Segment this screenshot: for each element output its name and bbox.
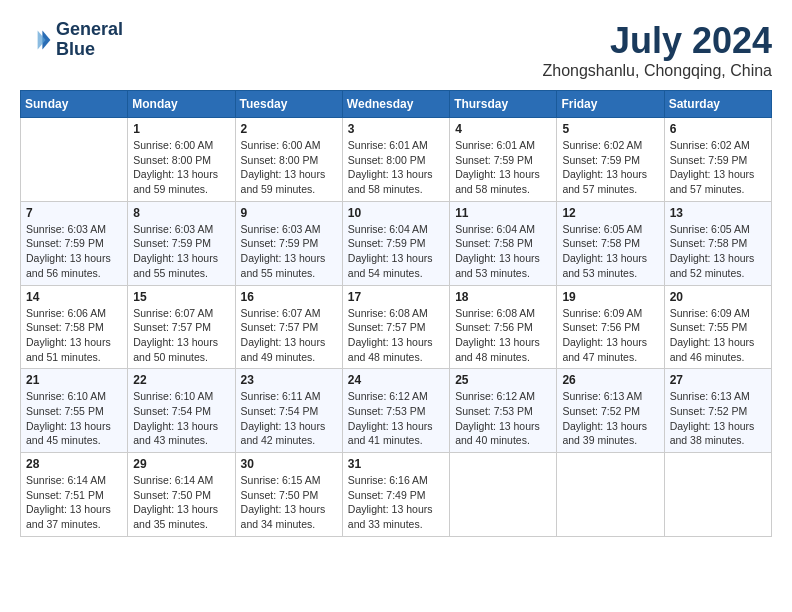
calendar-cell: 3Sunrise: 6:01 AMSunset: 8:00 PMDaylight… <box>342 118 449 202</box>
day-info: Sunrise: 6:08 AMSunset: 7:56 PMDaylight:… <box>455 306 551 365</box>
day-number: 25 <box>455 373 551 387</box>
day-number: 14 <box>26 290 122 304</box>
calendar-cell: 18Sunrise: 6:08 AMSunset: 7:56 PMDayligh… <box>450 285 557 369</box>
day-number: 11 <box>455 206 551 220</box>
logo-icon <box>20 24 52 56</box>
calendar-cell: 5Sunrise: 6:02 AMSunset: 7:59 PMDaylight… <box>557 118 664 202</box>
day-info: Sunrise: 6:01 AMSunset: 7:59 PMDaylight:… <box>455 138 551 197</box>
day-info: Sunrise: 6:02 AMSunset: 7:59 PMDaylight:… <box>670 138 766 197</box>
day-info: Sunrise: 6:03 AMSunset: 7:59 PMDaylight:… <box>133 222 229 281</box>
day-info: Sunrise: 6:15 AMSunset: 7:50 PMDaylight:… <box>241 473 337 532</box>
day-number: 12 <box>562 206 658 220</box>
weekday-header-monday: Monday <box>128 91 235 118</box>
day-number: 16 <box>241 290 337 304</box>
week-row-4: 21Sunrise: 6:10 AMSunset: 7:55 PMDayligh… <box>21 369 772 453</box>
day-number: 7 <box>26 206 122 220</box>
day-info: Sunrise: 6:13 AMSunset: 7:52 PMDaylight:… <box>670 389 766 448</box>
day-number: 31 <box>348 457 444 471</box>
calendar-cell: 15Sunrise: 6:07 AMSunset: 7:57 PMDayligh… <box>128 285 235 369</box>
calendar-cell: 12Sunrise: 6:05 AMSunset: 7:58 PMDayligh… <box>557 201 664 285</box>
calendar-cell: 2Sunrise: 6:00 AMSunset: 8:00 PMDaylight… <box>235 118 342 202</box>
day-info: Sunrise: 6:06 AMSunset: 7:58 PMDaylight:… <box>26 306 122 365</box>
calendar-cell: 30Sunrise: 6:15 AMSunset: 7:50 PMDayligh… <box>235 453 342 537</box>
calendar-cell: 6Sunrise: 6:02 AMSunset: 7:59 PMDaylight… <box>664 118 771 202</box>
location: Zhongshanlu, Chongqing, China <box>543 62 773 80</box>
calendar-cell <box>21 118 128 202</box>
day-number: 13 <box>670 206 766 220</box>
week-row-3: 14Sunrise: 6:06 AMSunset: 7:58 PMDayligh… <box>21 285 772 369</box>
weekday-header-tuesday: Tuesday <box>235 91 342 118</box>
day-info: Sunrise: 6:07 AMSunset: 7:57 PMDaylight:… <box>133 306 229 365</box>
calendar-cell <box>664 453 771 537</box>
day-number: 2 <box>241 122 337 136</box>
day-number: 15 <box>133 290 229 304</box>
day-number: 23 <box>241 373 337 387</box>
day-info: Sunrise: 6:13 AMSunset: 7:52 PMDaylight:… <box>562 389 658 448</box>
day-number: 19 <box>562 290 658 304</box>
logo-text: General Blue <box>56 20 123 60</box>
calendar-cell: 13Sunrise: 6:05 AMSunset: 7:58 PMDayligh… <box>664 201 771 285</box>
day-info: Sunrise: 6:05 AMSunset: 7:58 PMDaylight:… <box>670 222 766 281</box>
day-number: 3 <box>348 122 444 136</box>
day-number: 5 <box>562 122 658 136</box>
calendar-cell: 9Sunrise: 6:03 AMSunset: 7:59 PMDaylight… <box>235 201 342 285</box>
calendar-cell: 20Sunrise: 6:09 AMSunset: 7:55 PMDayligh… <box>664 285 771 369</box>
day-info: Sunrise: 6:14 AMSunset: 7:51 PMDaylight:… <box>26 473 122 532</box>
week-row-2: 7Sunrise: 6:03 AMSunset: 7:59 PMDaylight… <box>21 201 772 285</box>
calendar-cell: 14Sunrise: 6:06 AMSunset: 7:58 PMDayligh… <box>21 285 128 369</box>
day-number: 17 <box>348 290 444 304</box>
day-number: 10 <box>348 206 444 220</box>
day-number: 4 <box>455 122 551 136</box>
calendar-cell: 26Sunrise: 6:13 AMSunset: 7:52 PMDayligh… <box>557 369 664 453</box>
weekday-header-saturday: Saturday <box>664 91 771 118</box>
calendar-cell: 17Sunrise: 6:08 AMSunset: 7:57 PMDayligh… <box>342 285 449 369</box>
calendar-cell: 10Sunrise: 6:04 AMSunset: 7:59 PMDayligh… <box>342 201 449 285</box>
day-info: Sunrise: 6:10 AMSunset: 7:54 PMDaylight:… <box>133 389 229 448</box>
day-number: 26 <box>562 373 658 387</box>
day-info: Sunrise: 6:05 AMSunset: 7:58 PMDaylight:… <box>562 222 658 281</box>
day-number: 22 <box>133 373 229 387</box>
title-block: July 2024 Zhongshanlu, Chongqing, China <box>543 20 773 80</box>
calendar-cell: 1Sunrise: 6:00 AMSunset: 8:00 PMDaylight… <box>128 118 235 202</box>
calendar-cell: 22Sunrise: 6:10 AMSunset: 7:54 PMDayligh… <box>128 369 235 453</box>
day-info: Sunrise: 6:09 AMSunset: 7:55 PMDaylight:… <box>670 306 766 365</box>
day-info: Sunrise: 6:10 AMSunset: 7:55 PMDaylight:… <box>26 389 122 448</box>
day-number: 6 <box>670 122 766 136</box>
day-number: 21 <box>26 373 122 387</box>
week-row-5: 28Sunrise: 6:14 AMSunset: 7:51 PMDayligh… <box>21 453 772 537</box>
weekday-header-sunday: Sunday <box>21 91 128 118</box>
calendar-cell: 16Sunrise: 6:07 AMSunset: 7:57 PMDayligh… <box>235 285 342 369</box>
day-number: 29 <box>133 457 229 471</box>
day-info: Sunrise: 6:01 AMSunset: 8:00 PMDaylight:… <box>348 138 444 197</box>
day-number: 8 <box>133 206 229 220</box>
weekday-header-wednesday: Wednesday <box>342 91 449 118</box>
page-header: General Blue July 2024 Zhongshanlu, Chon… <box>20 20 772 80</box>
calendar-cell <box>450 453 557 537</box>
day-info: Sunrise: 6:07 AMSunset: 7:57 PMDaylight:… <box>241 306 337 365</box>
day-number: 18 <box>455 290 551 304</box>
day-number: 28 <box>26 457 122 471</box>
calendar-cell: 31Sunrise: 6:16 AMSunset: 7:49 PMDayligh… <box>342 453 449 537</box>
day-number: 20 <box>670 290 766 304</box>
day-info: Sunrise: 6:12 AMSunset: 7:53 PMDaylight:… <box>455 389 551 448</box>
day-number: 9 <box>241 206 337 220</box>
calendar-cell: 27Sunrise: 6:13 AMSunset: 7:52 PMDayligh… <box>664 369 771 453</box>
calendar-cell: 24Sunrise: 6:12 AMSunset: 7:53 PMDayligh… <box>342 369 449 453</box>
day-info: Sunrise: 6:03 AMSunset: 7:59 PMDaylight:… <box>241 222 337 281</box>
day-info: Sunrise: 6:00 AMSunset: 8:00 PMDaylight:… <box>241 138 337 197</box>
calendar-cell: 19Sunrise: 6:09 AMSunset: 7:56 PMDayligh… <box>557 285 664 369</box>
calendar-cell: 7Sunrise: 6:03 AMSunset: 7:59 PMDaylight… <box>21 201 128 285</box>
month-title: July 2024 <box>543 20 773 62</box>
calendar-table: SundayMondayTuesdayWednesdayThursdayFrid… <box>20 90 772 537</box>
weekday-header-thursday: Thursday <box>450 91 557 118</box>
day-info: Sunrise: 6:11 AMSunset: 7:54 PMDaylight:… <box>241 389 337 448</box>
day-info: Sunrise: 6:16 AMSunset: 7:49 PMDaylight:… <box>348 473 444 532</box>
day-number: 27 <box>670 373 766 387</box>
calendar-cell: 8Sunrise: 6:03 AMSunset: 7:59 PMDaylight… <box>128 201 235 285</box>
calendar-cell: 25Sunrise: 6:12 AMSunset: 7:53 PMDayligh… <box>450 369 557 453</box>
calendar-cell <box>557 453 664 537</box>
day-number: 30 <box>241 457 337 471</box>
calendar-cell: 4Sunrise: 6:01 AMSunset: 7:59 PMDaylight… <box>450 118 557 202</box>
calendar-cell: 28Sunrise: 6:14 AMSunset: 7:51 PMDayligh… <box>21 453 128 537</box>
day-info: Sunrise: 6:08 AMSunset: 7:57 PMDaylight:… <box>348 306 444 365</box>
